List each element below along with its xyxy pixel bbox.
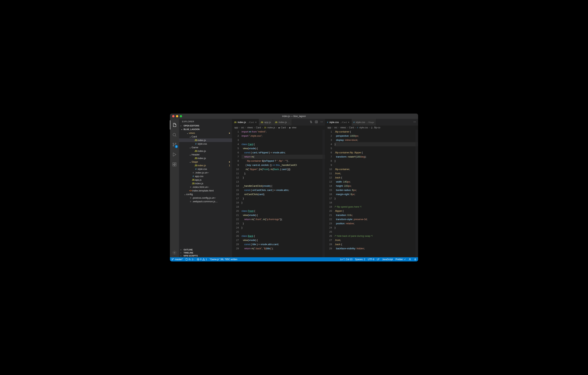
js-file-icon: JS <box>194 150 198 153</box>
breadcrumb-separator: › <box>347 126 348 129</box>
code-editor-1[interactable]: 1234567891011121314151617181920212223242… <box>232 130 325 257</box>
tree-item-label: style.css <box>198 168 207 170</box>
editor-tab[interactable]: JSindex.js... <box>273 119 292 125</box>
settings-tab[interactable] <box>170 248 179 257</box>
code-lines-1[interactable]: import m from "mithril";import "./style.… <box>242 130 325 257</box>
file-item[interactable]: #style.css <box>179 167 232 171</box>
editor-tab[interactable]: JSindex.js.../Card× <box>232 119 259 125</box>
file-item[interactable]: ≡.index.js.un~ <box>179 171 232 174</box>
breadcrumb-item[interactable]: views <box>247 126 253 129</box>
file-item[interactable]: ≡.postcss.config.js.un~ <box>179 196 232 200</box>
file-item[interactable]: JSindex.js <box>179 156 232 160</box>
sidebar-title: EXPLORER <box>179 119 232 124</box>
editor-tab[interactable]: #style.css.../Card× <box>325 119 352 125</box>
file-item[interactable]: <>index.template.html <box>179 189 232 192</box>
code-editor-2[interactable]: 1234567891011121314151617181920212223242… <box>325 130 418 257</box>
js-file-icon: JS <box>194 139 198 142</box>
code-lines-2[interactable]: .flip-container { perspective: 1000px; d… <box>335 130 418 257</box>
tree-item-label: config <box>186 193 193 196</box>
breadcrumb-item[interactable]: view <box>292 126 296 129</box>
notifications-button[interactable] <box>414 258 417 261</box>
eol-status[interactable]: LF <box>377 258 380 261</box>
folder-item[interactable]: ⌄Game <box>179 146 232 149</box>
tree-item-label: .postcss.config.js.un~ <box>192 196 216 199</box>
breadcrumb-item[interactable]: Card <box>281 126 286 129</box>
tab-bar-1: JSindex.js.../Card×JSapp.jsJSindex.js... <box>232 119 325 125</box>
timeline-section[interactable]: TIMELINE <box>179 251 232 254</box>
breadcrumb-item[interactable]: views <box>340 126 346 129</box>
cursor-position[interactable]: Ln 7, Col 13 <box>340 258 353 261</box>
search-tab[interactable] <box>170 130 179 139</box>
folder-item[interactable]: ⌄Stage● <box>179 160 232 164</box>
breadcrumb-item[interactable]: index.js <box>267 126 275 129</box>
open-editors-section[interactable]: OPEN EDITORS <box>179 124 232 127</box>
maximize-window-button[interactable] <box>180 115 182 117</box>
file-item[interactable]: JSapp.js <box>179 178 232 182</box>
outline-section[interactable]: OUTLINE <box>179 248 232 251</box>
minimap-2[interactable] <box>415 130 418 257</box>
git-branch-status[interactable]: master* <box>171 258 183 261</box>
file-item[interactable]: #style.css <box>179 142 232 146</box>
minimize-window-button[interactable] <box>176 115 178 117</box>
sync-status[interactable]: 0↓ 1↑ <box>185 258 194 261</box>
editor-tab[interactable]: #style.css.../Stage <box>352 119 376 125</box>
svg-point-11 <box>321 122 322 122</box>
file-item[interactable]: ≡.index.html.un~ <box>179 185 232 189</box>
breadcrumb-item[interactable]: style.css <box>359 126 368 129</box>
breadcrumb-item[interactable]: Card <box>256 126 261 129</box>
svg-point-14 <box>414 122 415 122</box>
minimap-1[interactable] <box>322 130 325 257</box>
feedback-button[interactable] <box>409 258 411 261</box>
folder-item[interactable]: ⌄views● <box>179 131 232 135</box>
breadcrumb-item[interactable]: app <box>234 126 238 129</box>
close-window-button[interactable] <box>172 115 174 117</box>
modified-dot-icon: ● <box>229 160 230 163</box>
file-item[interactable]: JSindex.js <box>179 182 232 185</box>
encoding-status[interactable]: UTF-8 <box>368 258 374 261</box>
language-status[interactable]: JavaScript <box>382 258 393 261</box>
app-window: index.js — blue_lagoon 3 <box>170 114 418 261</box>
problems-status[interactable]: 0 1 <box>197 258 207 261</box>
close-tab-button[interactable]: × <box>255 121 257 124</box>
file-item[interactable]: #app.css <box>179 174 232 178</box>
folder-item[interactable]: ⌄config <box>179 192 232 196</box>
close-tab-button[interactable]: × <box>348 121 349 124</box>
more-icon[interactable] <box>320 120 323 124</box>
prettier-status[interactable]: Prettier: ✓ <box>396 258 406 261</box>
modified-dot-icon: ● <box>229 132 230 134</box>
breadcrumb-separator: › <box>239 126 240 129</box>
file-tree: ⌄views●⌄CardJSindex.js#style.css⌄GameJSi… <box>179 131 232 248</box>
split-icon[interactable] <box>315 120 318 124</box>
breadcrumb-item[interactable]: .flip-co <box>374 126 380 129</box>
scm-tab[interactable]: 3 <box>170 140 179 149</box>
debug-tab[interactable] <box>170 150 179 159</box>
breadcrumb-separator: › <box>287 126 288 129</box>
js-file-icon: JS <box>261 121 263 123</box>
file-item[interactable]: JSindex.js <box>179 138 232 142</box>
file-item[interactable]: ≡.webpack.common.js… <box>179 200 232 203</box>
svg-point-0 <box>173 133 176 136</box>
compare-icon[interactable] <box>310 120 313 124</box>
breadcrumb-1[interactable]: app›src›views›Card›JSindex.js›◆Card›◉vie… <box>232 125 325 130</box>
file-item[interactable]: JSindex.js <box>179 149 232 153</box>
file-item[interactable]: JSindex.js1 <box>179 164 232 167</box>
js-file-icon: JS <box>194 157 198 160</box>
breadcrumb-2[interactable]: app›src›views›Card›#style.css›{}.flip-co <box>325 125 418 130</box>
folder-item[interactable]: ⌄Card <box>179 135 232 138</box>
explorer-tab[interactable] <box>170 120 179 130</box>
svg-point-13 <box>414 122 414 122</box>
npm-scripts-section[interactable]: NPM SCRIPTS <box>179 254 232 257</box>
breadcrumb-item[interactable]: src <box>334 126 337 129</box>
extensions-tab[interactable] <box>170 160 179 169</box>
more-icon[interactable] <box>413 120 416 124</box>
svg-point-15 <box>415 122 416 122</box>
breadcrumb-item[interactable]: src <box>241 126 244 129</box>
tab-actions <box>411 119 418 125</box>
titlebar[interactable]: index.js — blue_lagoon <box>170 114 418 119</box>
folder-item[interactable]: ⌄Header <box>179 153 232 156</box>
folder-root[interactable]: BLUE_LAGOON <box>179 127 232 131</box>
indentation-status[interactable]: Spaces: 2 <box>355 258 365 261</box>
breadcrumb-item[interactable]: app <box>327 126 331 129</box>
breadcrumb-item[interactable]: Card <box>349 126 354 129</box>
editor-tab[interactable]: JSapp.js <box>259 119 273 125</box>
